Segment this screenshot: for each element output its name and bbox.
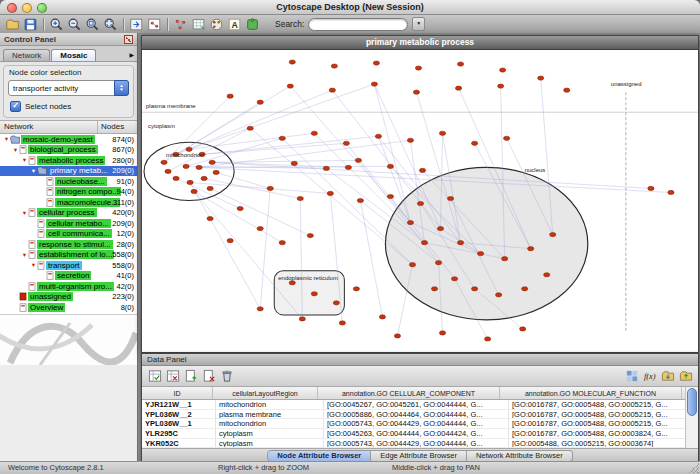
column-header[interactable]: cellularLayoutRegion	[213, 387, 318, 399]
network-node[interactable]	[520, 327, 526, 331]
network-node[interactable]	[209, 160, 215, 164]
network-node[interactable]	[267, 186, 273, 190]
network-node[interactable]	[311, 131, 317, 135]
network-node[interactable]	[323, 166, 329, 170]
network-node[interactable]	[544, 273, 550, 277]
new-view-icon[interactable]	[146, 16, 163, 33]
network-node[interactable]	[227, 239, 233, 243]
network-node[interactable]	[289, 281, 295, 285]
network-node[interactable]	[345, 165, 351, 169]
network-node[interactable]	[227, 94, 233, 98]
column-header[interactable]: annotation.GO CELLULAR_COMPONENT	[318, 387, 500, 399]
delete-attribute-icon[interactable]	[201, 369, 216, 384]
hide-selected-icon[interactable]	[128, 16, 145, 33]
expand-arrow-icon[interactable]: ▼	[21, 157, 28, 163]
network-node[interactable]	[186, 147, 192, 151]
annotation-icon[interactable]: A	[226, 16, 243, 33]
network-node[interactable]	[331, 64, 337, 68]
network-node[interactable]	[485, 337, 491, 341]
tree-item[interactable]: unassigned223(0)	[0, 292, 137, 303]
network-node[interactable]	[451, 277, 457, 281]
open-session-icon[interactable]	[4, 16, 21, 33]
close-button[interactable]	[7, 3, 17, 13]
tab-edge-attribute-browser[interactable]: Edge Attribute Browser	[371, 450, 467, 462]
network-node[interactable]	[455, 86, 461, 90]
expand-arrow-icon[interactable]: ▼	[30, 168, 37, 174]
zoom-in-icon[interactable]	[48, 16, 65, 33]
network-node[interactable]	[471, 287, 477, 291]
network-node[interactable]	[375, 134, 381, 138]
network-node[interactable]	[417, 201, 423, 205]
network-node[interactable]	[355, 158, 361, 162]
window-titlebar[interactable]: Cytoscape Desktop (New Session)	[0, 0, 700, 15]
network-node[interactable]	[415, 66, 421, 70]
tree-item[interactable]: ▼mosaic-demo-yeast874(0)	[0, 134, 137, 145]
resize-grip[interactable]	[689, 463, 699, 473]
network-node[interactable]	[371, 82, 377, 86]
network-node[interactable]	[357, 198, 363, 202]
network-node[interactable]	[353, 287, 359, 291]
network-node[interactable]	[457, 62, 463, 66]
attribute-matrix-icon[interactable]	[624, 369, 639, 384]
select-attributes-icon[interactable]	[147, 369, 162, 384]
network-node[interactable]	[409, 263, 415, 267]
table-scrollbar[interactable]	[685, 387, 698, 448]
tree-item[interactable]: cell communica...12(0)	[0, 229, 137, 240]
plugin-manager-icon[interactable]	[244, 16, 261, 33]
vizmapper-icon[interactable]	[208, 16, 225, 33]
network-node[interactable]	[648, 186, 654, 190]
network-node[interactable]	[478, 252, 484, 256]
tree-item[interactable]: ▼establishment of lo...558(0)	[0, 250, 137, 261]
network-node[interactable]	[307, 234, 313, 238]
unselect-attributes-icon[interactable]	[165, 369, 180, 384]
tree-item[interactable]: ▼cellular process420(0)	[0, 208, 137, 219]
expand-arrow-icon[interactable]: ▼	[21, 210, 28, 216]
trash-icon[interactable]	[219, 369, 234, 384]
network-node[interactable]	[435, 261, 441, 265]
import-table-icon2[interactable]	[660, 369, 675, 384]
network-node[interactable]	[457, 241, 463, 245]
network-node[interactable]	[502, 257, 508, 261]
network-node[interactable]	[496, 293, 502, 297]
network-node[interactable]	[538, 76, 544, 80]
network-node[interactable]	[528, 247, 534, 251]
export-table-icon[interactable]	[678, 369, 693, 384]
network-node[interactable]	[471, 141, 477, 145]
network-node[interactable]	[333, 301, 339, 305]
float-panel-icon[interactable]	[124, 35, 133, 44]
tree-item[interactable]: macromolecule...311(0)	[0, 197, 137, 208]
network-node[interactable]	[201, 176, 207, 180]
network-node[interactable]	[437, 226, 443, 230]
network-node[interactable]	[550, 233, 556, 237]
data-panel-titlebar[interactable]: Data Panel	[142, 354, 698, 366]
network-canvas[interactable]: plasma membranecytoplasmmitochondrionnuc…	[142, 50, 698, 352]
network-node[interactable]	[407, 220, 413, 224]
network-node[interactable]	[343, 141, 349, 145]
network-node[interactable]	[387, 164, 393, 168]
network-node[interactable]	[379, 315, 385, 319]
network-node[interactable]	[207, 186, 213, 190]
tree-item[interactable]: ▼metabolic process280(0)	[0, 155, 137, 166]
network-node[interactable]	[207, 216, 213, 220]
search-input[interactable]	[308, 18, 408, 31]
network-node[interactable]	[247, 126, 253, 130]
network-node[interactable]	[498, 84, 504, 88]
tree-item[interactable]: ▼biological_process867(0)	[0, 145, 137, 156]
network-node[interactable]	[196, 165, 202, 169]
network-node[interactable]	[439, 331, 445, 335]
network-node[interactable]	[257, 100, 263, 104]
table-scrollbar-thumb[interactable]	[687, 388, 697, 416]
network-node[interactable]	[373, 61, 379, 65]
table-row[interactable]: YPL036W__2plasma membrane[GO:0005886, GO…	[142, 410, 698, 420]
save-session-icon[interactable]	[22, 16, 39, 33]
network-node[interactable]	[257, 226, 263, 230]
network-node[interactable]	[279, 241, 285, 245]
tree-item[interactable]: ▼transport558(0)	[0, 260, 137, 271]
network-node[interactable]	[291, 161, 297, 165]
tree-item[interactable]: nucleobase...91(0)	[0, 176, 137, 187]
network-node[interactable]	[161, 160, 167, 164]
network-node[interactable]	[329, 88, 335, 92]
network-node[interactable]	[289, 60, 295, 64]
zoom-out-icon[interactable]	[66, 16, 83, 33]
network-view-titlebar[interactable]: primary metabolic process	[142, 36, 698, 50]
